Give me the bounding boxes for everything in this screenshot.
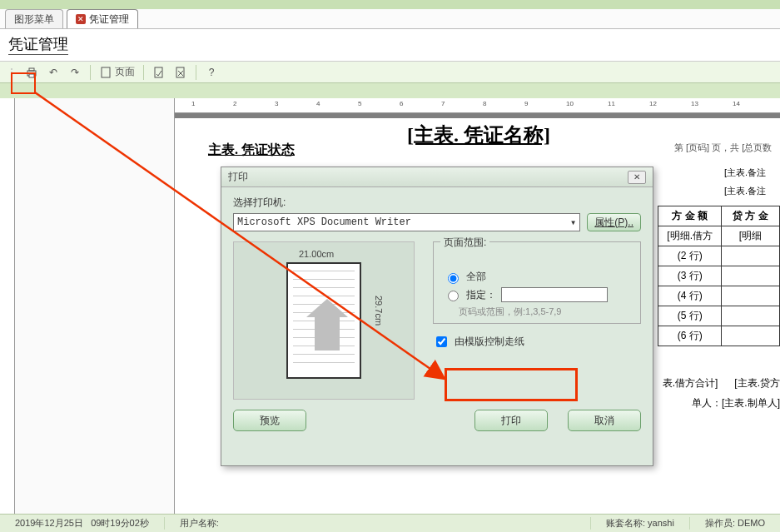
ruler-tick: 3 xyxy=(275,100,278,107)
template-paper-checkbox[interactable] xyxy=(436,336,447,347)
status-acct-label: 账套名称: xyxy=(606,518,645,528)
printer-properties-button[interactable]: 属性(P).. xyxy=(587,213,641,231)
cell: [明细.借方 xyxy=(658,226,722,246)
dialog-title: 打印 xyxy=(228,170,248,184)
page-title: 凭证管理 xyxy=(0,29,780,62)
cell xyxy=(722,266,780,286)
amount-table[interactable]: 方 金 额贷 方 金 [明细.借方[明细 (2 行) (3 行) (4 行) (… xyxy=(658,206,780,346)
template-paper-label: 由模版控制走纸 xyxy=(455,335,524,349)
svg-rect-3 xyxy=(102,67,110,77)
maker-placeholder[interactable]: 单人：[主表.制单人] xyxy=(692,396,780,410)
pager-placeholder[interactable]: 第 [页码] 页，共 [总页数 xyxy=(674,142,772,154)
ruler-tick: 1 xyxy=(191,100,195,107)
page-range-legend: 页面范围: xyxy=(440,236,489,250)
ruler-tick: 14 xyxy=(733,100,740,107)
status-op-value: DEMO xyxy=(738,518,765,528)
radio-specify[interactable]: 指定： xyxy=(444,287,630,302)
tool-b-button[interactable] xyxy=(174,66,187,79)
ruler-tick: 10 xyxy=(566,100,574,107)
tab-label: 凭证管理 xyxy=(89,12,129,27)
undo-icon: ↶ xyxy=(47,66,60,79)
radio-all[interactable]: 全部 xyxy=(444,270,630,284)
arrow-up-icon xyxy=(315,317,340,351)
template-paper-checkbox-row[interactable]: 由模版控制走纸 xyxy=(433,334,641,350)
cancel-button[interactable]: 取消 xyxy=(568,410,641,431)
radio-specify-input[interactable] xyxy=(448,291,459,301)
cell: (3 行) xyxy=(658,266,722,286)
printer-select[interactable]: Microsoft XPS Document Writer ▾ xyxy=(233,213,580,231)
cell: (5 行) xyxy=(658,306,722,326)
annotation-box-source xyxy=(11,72,36,94)
cell xyxy=(722,306,780,326)
toolbar: ⋮ ↶ ↷ 页面 ? xyxy=(0,62,780,83)
undo-button[interactable]: ↶ xyxy=(47,66,60,79)
status-placeholder[interactable]: 主表. 凭证状态 xyxy=(208,142,295,159)
cell: (4 行) xyxy=(658,286,722,306)
remark2-placeholder[interactable]: [主表.备注 xyxy=(724,185,766,197)
ruler-tick: 12 xyxy=(649,100,657,107)
ruler-tick: 2 xyxy=(233,100,236,107)
chevron-down-icon: ▾ xyxy=(570,216,576,229)
radio-specify-label: 指定： xyxy=(466,288,496,302)
printer-select-value: Microsoft XPS Document Writer xyxy=(237,216,411,228)
ruler-tick: 7 xyxy=(441,100,445,107)
tab-voucher-mgmt[interactable]: ✕ 凭证管理 xyxy=(67,9,138,28)
annotation-box-target xyxy=(445,368,578,401)
page-setup-button[interactable]: 页面 xyxy=(99,65,135,79)
page-range-hint: 页码或范围，例:1,3,5-7,9 xyxy=(459,306,630,318)
paper-height-label: 29.7cm xyxy=(374,296,384,326)
tab-graphic-menu[interactable]: 图形菜单 xyxy=(5,9,63,28)
dialog-titlebar[interactable]: 打印 ✕ xyxy=(221,167,653,187)
toolbar-page-label: 页面 xyxy=(115,65,135,79)
tab-label: 图形菜单 xyxy=(14,12,54,27)
svg-rect-1 xyxy=(29,68,34,71)
help-icon: ? xyxy=(205,66,218,79)
help-button[interactable]: ? xyxy=(205,66,218,79)
tool-a-button[interactable] xyxy=(152,66,166,79)
page-range-input[interactable] xyxy=(501,287,608,302)
print-dialog: 打印 ✕ 选择打印机: Microsoft XPS Document Write… xyxy=(221,167,653,466)
ruler-tick: 5 xyxy=(358,100,361,107)
remark-placeholder[interactable]: [主表.备注 xyxy=(724,167,766,179)
ruler-tick: 9 xyxy=(524,100,528,107)
page-icon xyxy=(99,66,112,79)
ruler-tick: 13 xyxy=(691,100,698,107)
redo-icon: ↷ xyxy=(68,66,82,79)
page-range-fieldset: 页面范围: 全部 指定： 页码或范围，例:1,3,5-7,9 xyxy=(433,241,641,324)
redo-button[interactable]: ↷ xyxy=(68,66,82,79)
page-check-icon xyxy=(152,66,166,79)
cell xyxy=(722,286,780,306)
cell xyxy=(722,246,780,266)
cell: [明细 xyxy=(722,226,780,246)
status-time: 09时19分02秒 xyxy=(91,518,149,528)
sum-credit-placeholder[interactable]: [主表.贷方 xyxy=(734,376,780,390)
svg-rect-4 xyxy=(155,67,162,77)
status-bar: 2019年12月25日 09时19分02秒 用户名称: 账套名称: yanshi… xyxy=(0,514,780,532)
col-debit: 方 金 额 xyxy=(658,206,722,226)
close-icon[interactable]: ✕ xyxy=(76,14,86,24)
cell: (6 行) xyxy=(658,326,722,346)
print-confirm-button[interactable]: 打印 xyxy=(474,410,548,431)
ruler-tick: 4 xyxy=(316,100,320,107)
sum-debit-placeholder[interactable]: 表.借方合计] xyxy=(663,376,718,390)
select-printer-label: 选择打印机: xyxy=(233,196,641,210)
title-placeholder[interactable]: [主表. 凭证名称] xyxy=(375,122,583,148)
vertical-ruler xyxy=(0,98,15,514)
status-op-label: 操作员 xyxy=(705,518,733,528)
radio-all-input[interactable] xyxy=(448,273,459,284)
left-gutter xyxy=(15,98,175,514)
paper-width-label: 21.00cm xyxy=(299,249,334,259)
cell: (2 行) xyxy=(658,246,722,266)
ruler-tick: 8 xyxy=(483,100,486,107)
preview-button[interactable]: 预览 xyxy=(233,410,306,431)
cell xyxy=(722,326,780,346)
status-user-label: 用户名称: xyxy=(180,518,219,528)
tab-bar: 图形菜单 ✕ 凭证管理 xyxy=(0,9,780,29)
ruler-tick: 6 xyxy=(400,100,403,107)
dialog-close-button[interactable]: ✕ xyxy=(628,171,646,184)
ruler-tick: 11 xyxy=(608,100,615,107)
radio-all-label: 全部 xyxy=(466,270,486,284)
col-credit: 贷 方 金 xyxy=(722,206,780,226)
status-acct-value: yanshi xyxy=(648,518,674,528)
paper-preview: 21.00cm 29.7cm xyxy=(233,241,415,400)
